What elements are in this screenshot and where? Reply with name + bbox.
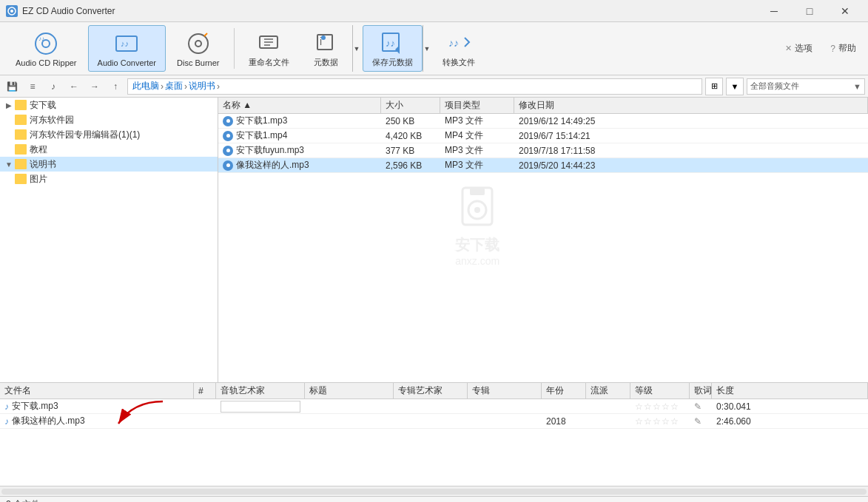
q-filename-1: ♪ 像我这样的人.mp3 (0, 414, 194, 428)
col-name[interactable]: 名称 ▲ (218, 98, 381, 113)
music-btn[interactable]: ♪ (44, 78, 62, 95)
edit-icon-0[interactable]: ✎ (694, 401, 702, 412)
svg-text:♪♪: ♪♪ (38, 35, 44, 42)
maximize-button[interactable]: □ (793, 0, 827, 22)
tree-label-manual: 说明书 (30, 158, 56, 171)
folder-icon-download (15, 100, 27, 110)
view-dropdown-btn[interactable]: ▼ (726, 78, 744, 95)
toolbar-disc-burner[interactable]: Disc Burner (167, 25, 229, 72)
toolbar-save-metadata-group: ♪♪ 保存元数据 ▼ (363, 25, 431, 72)
q-rating-1: ☆ ☆ ☆ ☆ ☆ (630, 415, 690, 427)
back-btn[interactable]: ← (65, 78, 83, 95)
col-size[interactable]: 大小 (381, 98, 440, 113)
q-track-artist-input-0[interactable] (221, 401, 300, 413)
qcol-album[interactable]: 专辑 (468, 383, 542, 398)
q-lyrics-0[interactable]: ✎ (690, 401, 712, 413)
tree-toggle-hedong[interactable] (3, 114, 15, 126)
tree-item-editor[interactable]: 河东软件园专用编辑器(1)(1) (0, 127, 218, 142)
file-filter[interactable]: 全部音频文件 ▼ (747, 78, 865, 95)
tree-item-hedong[interactable]: 河东软件园 (0, 112, 218, 127)
metadata-dropdown-arrow[interactable]: ▼ (352, 25, 361, 72)
file-row-3[interactable]: 像我这样的人.mp3 2,596 KB MP3 文件 2019/5/20 14:… (218, 158, 868, 173)
stars-1[interactable]: ☆ ☆ ☆ ☆ ☆ (635, 416, 679, 427)
up-btn[interactable]: ↑ (107, 78, 124, 95)
save-metadata-label: 保存元数据 (372, 57, 413, 68)
tree-item-manual[interactable]: ▼ 说明书 (0, 157, 218, 172)
path-desktop[interactable]: 桌面 (165, 80, 183, 92)
qcol-num[interactable]: # (194, 383, 216, 398)
horizontal-scrollbar[interactable] (0, 486, 868, 496)
file-icon-cd-1 (223, 131, 233, 141)
scrollbar-track[interactable] (1, 489, 867, 495)
music-icon-1: ♪ (4, 416, 9, 427)
view-toggle-btn[interactable]: ⊞ (705, 78, 723, 95)
tree-toggle-tutorial[interactable] (3, 143, 15, 155)
file-name-0: 安下载1.mp3 (218, 114, 381, 128)
toolbar-metadata[interactable]: i 元数据 (300, 25, 352, 72)
queue-row-0[interactable]: ♪ 安下载.mp3 ☆ ☆ ☆ ☆ ☆ ✎ 0:30.041 (0, 399, 868, 414)
qcol-album-artist[interactable]: 专辑艺术家 (394, 383, 468, 398)
path-computer[interactable]: 此电脑 (132, 80, 159, 92)
tree-toggle-editor[interactable] (3, 129, 15, 140)
q-album-artist-1 (394, 421, 468, 422)
file-date-1: 2019/6/7 15:14:21 (514, 130, 868, 142)
app-title: EZ CD Audio Converter (22, 6, 757, 16)
svg-text:♪♪: ♪♪ (386, 38, 395, 49)
toolbar-audio-cd-ripper[interactable]: ♪♪ Audio CD Ripper (6, 25, 87, 72)
q-lyrics-1[interactable]: ✎ (690, 415, 712, 427)
main-content: ▶ 安下载 河东软件园 河东软件园专用编辑器(1)(1) 教程 ▼ 说明书 (0, 98, 868, 382)
qcol-title[interactable]: 标题 (305, 383, 394, 398)
minimize-button[interactable]: ─ (757, 0, 791, 22)
svg-point-1 (10, 10, 13, 13)
queue-row-1[interactable]: ♪ 像我这样的人.mp3 2018 ☆ ☆ ☆ ☆ ☆ ✎ 2:46.060 (0, 414, 868, 429)
save-metadata-icon: ♪♪ (379, 29, 406, 55)
toolbar-save-metadata[interactable]: ♪♪ 保存元数据 (363, 25, 423, 72)
tree-label-hedong: 河东软件园 (30, 114, 74, 126)
folder-icon-manual (15, 159, 27, 169)
toolbar-right: ✕ 选项 ? 帮助 (779, 25, 862, 72)
address-path[interactable]: 此电脑 › 桌面 › 说明书 › (127, 78, 702, 95)
close-button[interactable]: ✕ (828, 0, 862, 22)
stars-0[interactable]: ☆ ☆ ☆ ☆ ☆ (635, 401, 679, 412)
q-filename-0: ♪ 安下载.mp3 (0, 399, 194, 413)
tree-item-images[interactable]: 图片 (0, 172, 218, 186)
tree-toggle-manual[interactable]: ▼ (3, 158, 15, 170)
tree-item-download[interactable]: ▶ 安下载 (0, 98, 218, 112)
help-button[interactable]: ? 帮助 (824, 39, 862, 58)
toolbar-audio-converter[interactable]: ♪♪ Audio Converter (88, 25, 166, 72)
music-icon-0: ♪ (4, 401, 9, 412)
tree-item-tutorial[interactable]: 教程 (0, 142, 218, 157)
options-toolbar-button[interactable]: ✕ 选项 (779, 39, 818, 58)
qcol-duration[interactable]: 长度 (712, 383, 868, 398)
statusbar: 2 个文件 (0, 496, 868, 502)
col-date[interactable]: 修改日期 (514, 98, 868, 113)
qcol-filename[interactable]: 文件名 (0, 383, 194, 398)
file-row-0[interactable]: 安下载1.mp3 250 KB MP3 文件 2019/6/12 14:49:2… (218, 114, 868, 129)
qcol-track-artist[interactable]: 音轨艺术家 (216, 383, 305, 398)
file-row-1[interactable]: 安下载1.mp4 4,420 KB MP4 文件 2019/6/7 15:14:… (218, 129, 868, 143)
file-date-2: 2019/7/18 17:11:58 (514, 145, 868, 157)
path-manual[interactable]: 说明书 (189, 80, 215, 92)
qcol-year[interactable]: 年份 (542, 383, 586, 398)
toolbar-convert[interactable]: ♪♪ 转换文件 (433, 25, 485, 72)
q-num-0 (194, 406, 216, 407)
save-metadata-dropdown-arrow[interactable]: ▼ (423, 25, 431, 72)
col-type[interactable]: 项目类型 (440, 98, 514, 113)
edit-icon-1[interactable]: ✎ (694, 416, 702, 427)
svg-text:♪♪: ♪♪ (121, 39, 129, 48)
tree-toggle-images[interactable] (3, 173, 15, 185)
tree-toggle-download[interactable]: ▶ (3, 99, 15, 111)
forward-btn[interactable]: → (86, 78, 104, 95)
svg-point-16 (321, 35, 326, 40)
qcol-genre[interactable]: 流派 (586, 383, 630, 398)
view-list-btn[interactable]: ≡ (24, 78, 41, 95)
qcol-rating[interactable]: 等级 (630, 383, 690, 398)
qcol-lyrics[interactable]: 歌词 (690, 383, 712, 398)
file-type-0: MP3 文件 (440, 114, 514, 128)
toolbar-rename[interactable]: 重命名文件 (239, 25, 299, 72)
file-row-2[interactable]: 安下载fuyun.mp3 377 KB MP3 文件 2019/7/18 17:… (218, 143, 868, 158)
q-track-artist-0[interactable] (216, 400, 305, 413)
audio-converter-label: Audio Converter (98, 58, 157, 67)
audio-cd-ripper-label: Audio CD Ripper (16, 58, 77, 67)
save-btn-addr[interactable]: 💾 (3, 78, 21, 95)
